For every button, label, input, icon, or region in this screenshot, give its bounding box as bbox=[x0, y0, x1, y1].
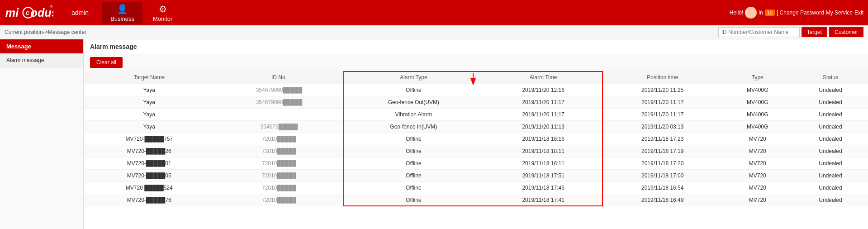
cell-id-no: 72010█████ bbox=[214, 194, 343, 206]
cell-target-name: Yaya bbox=[84, 109, 214, 121]
content-title: Alarm message bbox=[84, 39, 868, 54]
cell-id-no: 72010█████ bbox=[214, 133, 343, 145]
change-password-link[interactable]: [ Change Password bbox=[777, 10, 824, 16]
monitor-icon: ⚙ bbox=[159, 4, 167, 14]
customer-button[interactable]: Customer bbox=[829, 27, 863, 37]
nav-monitor-label: Monitor bbox=[153, 15, 172, 22]
toolbar: Clear all bbox=[84, 54, 868, 71]
cell-target-name: Yaya bbox=[84, 84, 214, 96]
table-row[interactable]: MV720-█████05 72010█████ Offline 2019/11… bbox=[84, 170, 868, 182]
col-target-name: Target Name bbox=[84, 71, 214, 84]
col-type: Type bbox=[722, 71, 793, 84]
main-layout: Message Alarm message Alarm message Clea… bbox=[0, 39, 868, 229]
table-wrapper: Target Name ID No. Alarm Type Alarm Time… bbox=[84, 71, 868, 206]
table-row[interactable]: MV720-█████26 72010█████ Offline 2019/11… bbox=[84, 145, 868, 157]
cell-status: Undealed bbox=[793, 145, 868, 157]
alarm-table: Target Name ID No. Alarm Type Alarm Time… bbox=[84, 71, 868, 206]
cell-position-time: 2019/11/20 11:17 bbox=[603, 96, 722, 109]
user-initial: in bbox=[759, 10, 763, 16]
cell-alarm-type: Offline bbox=[343, 145, 484, 157]
header: mi c odus ® admin 👤 Business ⚙ Monitor H… bbox=[0, 0, 868, 25]
cell-target-name: Yaya bbox=[84, 96, 214, 109]
table-row[interactable]: MV720-█████757 72010█████ Offline 2019/1… bbox=[84, 133, 868, 145]
cell-status: Undealed bbox=[793, 194, 868, 206]
cell-position-time: 2019/11/20 11:17 bbox=[603, 109, 722, 121]
avatar bbox=[745, 7, 757, 19]
cell-alarm-type: Offline bbox=[343, 170, 484, 182]
sidebar-item-alarm-message[interactable]: Alarm message bbox=[0, 53, 83, 67]
table-row[interactable]: Yaya 354679090█████ Offline 2019/11/20 1… bbox=[84, 84, 868, 96]
cell-type: MV720 bbox=[722, 182, 793, 194]
clear-all-button[interactable]: Clear all bbox=[90, 57, 123, 68]
col-alarm-time: Alarm Time bbox=[484, 71, 603, 84]
cell-status: Undealed bbox=[793, 96, 868, 109]
cell-position-time: 2019/11/18 17:20 bbox=[603, 157, 722, 170]
cell-status: Undealed bbox=[793, 109, 868, 121]
table-row[interactable]: MV720-█████01 72010█████ Offline 2019/11… bbox=[84, 157, 868, 170]
table-row[interactable]: Yaya Vibration Alarm 2019/11/20 11:17 20… bbox=[84, 109, 868, 121]
cell-id-no: 72010█████ bbox=[214, 145, 343, 157]
cell-position-time: 2019/11/20 03:13 bbox=[603, 121, 722, 133]
cell-status: Undealed bbox=[793, 121, 868, 133]
nav-monitor[interactable]: ⚙ Monitor bbox=[145, 2, 180, 24]
cell-type: MV720 bbox=[722, 170, 793, 182]
svg-text:c: c bbox=[26, 9, 29, 16]
cell-type: MV720 bbox=[722, 157, 793, 170]
cell-id-no: 72010█████ bbox=[214, 170, 343, 182]
breadcrumb: Current position->Message center bbox=[5, 29, 86, 35]
cell-position-time: 2019/11/20 11:25 bbox=[603, 84, 722, 96]
cell-id-no: 354679090█████ bbox=[214, 84, 343, 96]
cell-target-name: MV720-█████05 bbox=[84, 170, 214, 182]
cell-target-name: MV720-█████01 bbox=[84, 157, 214, 170]
cell-alarm-type: Geo-fence In(UVM) bbox=[343, 121, 484, 133]
cell-alarm-type: Offline bbox=[343, 157, 484, 170]
col-position-time: Position time bbox=[603, 71, 722, 84]
breadcrumb-right: Target Customer bbox=[718, 27, 863, 37]
cell-target-name: Yaya bbox=[84, 121, 214, 133]
table-row[interactable]: MV720 █████524 72010█████ Offline 2019/1… bbox=[84, 182, 868, 194]
cell-alarm-time: 2019/11/18 17:51 bbox=[484, 170, 603, 182]
cell-id-no: 354679█████ bbox=[214, 121, 343, 133]
svg-text:mi: mi bbox=[5, 6, 19, 19]
notification-badge[interactable]: 10 bbox=[765, 10, 775, 16]
cell-status: Undealed bbox=[793, 170, 868, 182]
col-status: Status bbox=[793, 71, 868, 84]
nav-business[interactable]: 👤 Business bbox=[102, 2, 142, 24]
table-row[interactable]: Yaya 354679090█████ Geo-fence Out(UVM) 2… bbox=[84, 96, 868, 109]
cell-type: MV400G bbox=[722, 121, 793, 133]
cell-target-name: MV720-█████76 bbox=[84, 194, 214, 206]
header-right: Hello! in 10 [ Change Password My Servic… bbox=[730, 7, 863, 19]
search-input[interactable] bbox=[718, 27, 800, 37]
cell-alarm-type: Offline bbox=[343, 133, 484, 145]
cell-position-time: 2019/11/18 17:19 bbox=[603, 145, 722, 157]
sidebar: Message Alarm message bbox=[0, 39, 84, 229]
cell-target-name: MV720-█████26 bbox=[84, 145, 214, 157]
cell-status: Undealed bbox=[793, 133, 868, 145]
exit-link[interactable]: Exit bbox=[854, 10, 863, 16]
sidebar-section-message: Message bbox=[0, 39, 83, 53]
col-alarm-type: Alarm Type bbox=[343, 71, 484, 84]
content-area: Alarm message Clear all Target Nam bbox=[84, 39, 868, 229]
cell-position-time: 2019/11/18 17:00 bbox=[603, 170, 722, 182]
cell-status: Undealed bbox=[793, 182, 868, 194]
my-service-link[interactable]: My Service bbox=[826, 10, 853, 16]
cell-position-time: 2019/11/18 16:49 bbox=[603, 194, 722, 206]
cell-target-name: MV720-█████757 bbox=[84, 133, 214, 145]
cell-status: Undealed bbox=[793, 157, 868, 170]
cell-type: MV720 bbox=[722, 133, 793, 145]
cell-id-no: 72010█████ bbox=[214, 182, 343, 194]
cell-alarm-type: Geo-fence Out(UVM) bbox=[343, 96, 484, 109]
cell-alarm-type: Vibration Alarm bbox=[343, 109, 484, 121]
table-row[interactable]: MV720-█████76 72010█████ Offline 2019/11… bbox=[84, 194, 868, 206]
svg-text:®: ® bbox=[50, 5, 53, 9]
logo: mi c odus ® bbox=[5, 5, 62, 21]
cell-alarm-type: Offline bbox=[343, 182, 484, 194]
cell-alarm-time: 2019/11/18 17:46 bbox=[484, 182, 603, 194]
table-row[interactable]: Yaya 354679█████ Geo-fence In(UVM) 2019/… bbox=[84, 121, 868, 133]
cell-position-time: 2019/11/18 16:54 bbox=[603, 182, 722, 194]
target-button[interactable]: Target bbox=[802, 27, 827, 37]
cell-alarm-time: 2019/11/20 11:17 bbox=[484, 96, 603, 109]
cell-status: Undealed bbox=[793, 84, 868, 96]
cell-id-no: 72010█████ bbox=[214, 157, 343, 170]
cell-type: MV720 bbox=[722, 145, 793, 157]
